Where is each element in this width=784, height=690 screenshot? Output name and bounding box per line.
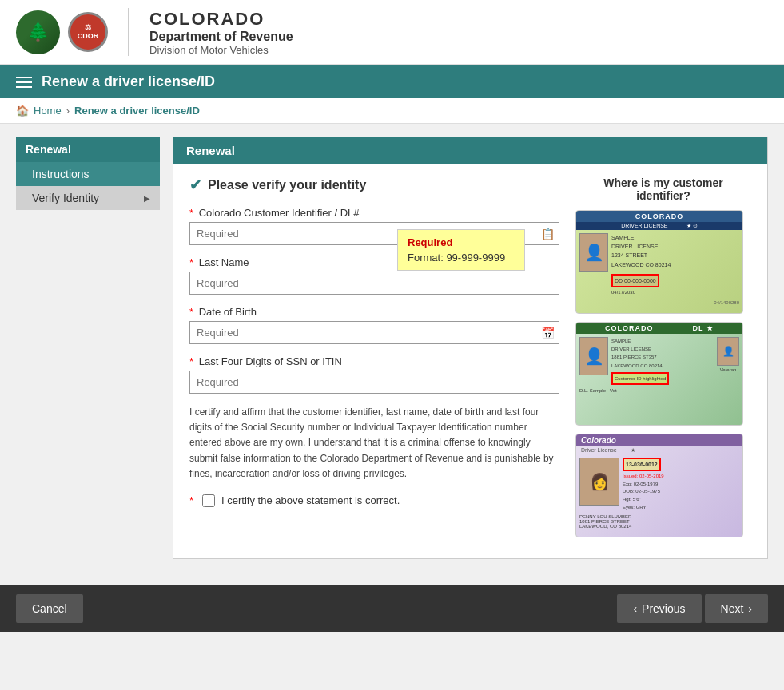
id-card-old-body: SAMPLE DRIVER LICENSE 1234 STREET LAKEWO… <box>576 230 742 300</box>
required-star-certify: * <box>189 494 193 506</box>
title-bar: Renew a driver license/ID <box>0 65 784 98</box>
certify-checkbox[interactable] <box>202 494 215 507</box>
form-right: Where is my customer identifier? COLORAD… <box>575 176 751 545</box>
required-star-ln: * <box>189 256 193 268</box>
dob-input-wrapper: 📅 <box>189 321 559 344</box>
certify-text: I certify and affirm that the customer i… <box>189 405 559 482</box>
header-divider <box>128 8 129 56</box>
ssn-group: * Last Four Digits of SSN or ITIN <box>189 355 559 394</box>
calendar-icon-id: 📋 <box>541 228 555 240</box>
customer-id-tooltip: Required Format: 99-999-9999 <box>397 229 525 271</box>
customer-id-group: * Colorado Customer Identifier / DL# 📋 R… <box>189 207 559 245</box>
certify-checkbox-label[interactable]: I certify the above statement is correct… <box>221 494 400 506</box>
division-name: Division of Motor Vehicles <box>149 44 293 56</box>
id-card-old-inner: COLORADO DRIVER LICENSE ★ ⊙ SAMPLE DRIVE… <box>576 211 742 313</box>
logo-area: ⚖CDOR COLORADO Department of Revenue Div… <box>16 8 293 56</box>
id-card-old-header: COLORADO <box>576 211 742 222</box>
breadcrumb-chevron: › <box>66 105 70 117</box>
dob-group: * Date of Birth 📅 <box>189 306 559 344</box>
nav-buttons: ‹ Previous Next › <box>617 594 768 623</box>
id-card-new-header: COLORADO DL ★ <box>576 323 742 334</box>
id-highlight-1: DD 00-000-0000 <box>611 274 659 288</box>
id-text-1: SAMPLE DRIVER LICENSE 1234 STREET LAKEWO… <box>611 233 739 297</box>
cancel-button[interactable]: Cancel <box>16 594 83 623</box>
dob-input[interactable] <box>189 321 559 344</box>
last-name-input[interactable] <box>189 272 559 295</box>
id-photo-2 <box>579 337 608 375</box>
id-card-old: COLORADO DRIVER LICENSE ★ ⊙ SAMPLE DRIVE… <box>575 210 743 314</box>
department-name: Department of Revenue <box>149 30 293 44</box>
page-title: Renew a driver license/ID <box>42 73 215 90</box>
required-star-ssn: * <box>189 355 193 367</box>
dob-label: * Date of Birth <box>189 306 559 318</box>
verify-title: ✔ Please verify your identity <box>189 176 559 194</box>
previous-button[interactable]: ‹ Previous <box>617 594 701 623</box>
tooltip-format: Format: 99-999-9999 <box>408 252 515 264</box>
tooltip-required: Required <box>408 236 515 248</box>
ssn-label: * Last Four Digits of SSN or ITIN <box>189 355 559 367</box>
check-icon: ✔ <box>189 176 201 194</box>
id-photo-1 <box>579 233 608 272</box>
cdor-logo-text: ⚖CDOR <box>78 23 99 41</box>
breadcrumb-current: Renew a driver license/ID <box>74 105 200 117</box>
sidebar-section-renewal: Renewal <box>16 137 160 162</box>
certify-checkbox-group: * I certify the above statement is corre… <box>189 494 559 507</box>
main-content: Renewal Instructions Verify Identity Ren… <box>0 124 784 572</box>
sidebar: Renewal Instructions Verify Identity <box>16 137 160 559</box>
breadcrumb-home[interactable]: Home <box>34 105 62 117</box>
form-panel-header: Renewal <box>173 137 767 164</box>
required-star-dob: * <box>189 306 193 318</box>
next-button[interactable]: Next › <box>705 594 768 623</box>
calendar-icon-dob[interactable]: 📅 <box>541 327 555 339</box>
hamburger-menu[interactable] <box>16 77 32 88</box>
required-star-id: * <box>189 207 193 219</box>
id-helper-title: Where is my customer identifier? <box>575 176 751 202</box>
cdor-logo: ⚖CDOR <box>68 12 108 52</box>
breadcrumb: 🏠 Home › Renew a driver license/ID <box>0 98 784 124</box>
page-header: ⚖CDOR COLORADO Department of Revenue Div… <box>0 0 784 65</box>
id-card-new-inner: COLORADO DL ★ SAMPLE DRIVER LICENSE 1881… <box>576 323 742 425</box>
id-card-script: Colorado Driver License ★ 👩 13-036-0012 … <box>575 434 743 537</box>
agency-name: COLORADO <box>149 9 293 30</box>
sidebar-item-instructions[interactable]: Instructions <box>16 162 160 186</box>
customer-id-label: * Colorado Customer Identifier / DL# <box>189 207 559 219</box>
id-card-old-sub: DRIVER LICENSE ★ ⊙ <box>576 222 742 230</box>
agency-text: COLORADO Department of Revenue Division … <box>149 9 293 56</box>
prev-chevron-icon: ‹ <box>633 602 637 615</box>
id-card-script-inner: Colorado Driver License ★ 👩 13-036-0012 … <box>576 434 742 537</box>
id-card-new: COLORADO DL ★ SAMPLE DRIVER LICENSE 1881… <box>575 322 743 426</box>
verify-title-text: Please verify your identity <box>208 178 366 192</box>
form-left: ✔ Please verify your identity * Colorado… <box>189 176 559 545</box>
home-icon: 🏠 <box>16 105 29 117</box>
footer: Cancel ‹ Previous Next › <box>0 585 784 632</box>
form-panel-body: ✔ Please verify your identity * Colorado… <box>173 164 767 558</box>
next-chevron-icon: › <box>748 602 752 615</box>
form-panel: Renewal ✔ Please verify your identity * … <box>173 137 768 559</box>
colorado-tree-logo <box>16 10 60 54</box>
sidebar-item-verify[interactable]: Verify Identity <box>16 186 160 210</box>
ssn-input[interactable] <box>189 371 559 394</box>
